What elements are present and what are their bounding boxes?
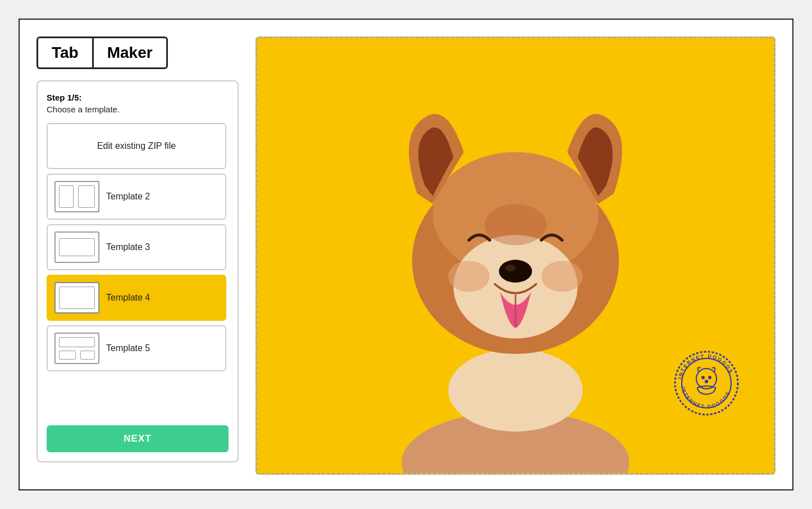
step-description: Choose a template. (47, 104, 229, 114)
edit-zip-label: Edit existing ZIP file (97, 141, 176, 151)
svg-point-16 (708, 376, 711, 379)
template-2-label: Template 2 (106, 192, 150, 202)
preview-panel: INTERNET DOGGOS INTERNET DOGGOS (256, 37, 775, 475)
svg-text:INTERNET DOGGOS: INTERNET DOGGOS (681, 386, 732, 410)
svg-point-17 (705, 380, 708, 383)
svg-point-2 (448, 349, 583, 431)
logo-row: Tab Maker (37, 37, 239, 69)
template-item-5[interactable]: Template 5 (47, 325, 226, 371)
svg-point-10 (541, 261, 583, 292)
step-panel: Step 1/5: Choose a template. Edit existi… (37, 80, 239, 462)
stamp-logo: INTERNET DOGGOS INTERNET DOGGOS (673, 349, 740, 417)
template-item-3[interactable]: Template 3 (47, 224, 226, 270)
template-2-icon (54, 181, 99, 212)
svg-point-9 (448, 261, 490, 292)
template-item-edit-zip[interactable]: Edit existing ZIP file (47, 123, 226, 169)
svg-point-6 (499, 260, 532, 283)
svg-point-15 (701, 376, 705, 379)
logo-maker[interactable]: Maker (94, 37, 168, 69)
template-item-4[interactable]: Template 4 (47, 275, 226, 321)
template-3-icon (54, 231, 99, 263)
main-container: Tab Maker Step 1/5: Choose a template. E… (19, 19, 793, 490)
logo-tab[interactable]: Tab (37, 37, 94, 69)
template-list: Edit existing ZIP file Template 2 Templa… (47, 123, 229, 416)
svg-point-11 (485, 204, 547, 246)
next-button[interactable]: NEXT (47, 425, 229, 452)
template-5-icon (54, 333, 99, 364)
template-item-2[interactable]: Template 2 (47, 174, 226, 220)
template-3-label: Template 3 (106, 242, 150, 252)
svg-text:INTERNET DOGGOS: INTERNET DOGGOS (677, 353, 735, 379)
left-panel: Tab Maker Step 1/5: Choose a template. E… (37, 37, 239, 462)
template-5-label: Template 5 (106, 343, 150, 353)
template-4-icon (54, 282, 99, 313)
step-label: Step 1/5: (47, 93, 229, 102)
svg-point-7 (505, 265, 516, 272)
template-4-label: Template 4 (106, 293, 150, 303)
